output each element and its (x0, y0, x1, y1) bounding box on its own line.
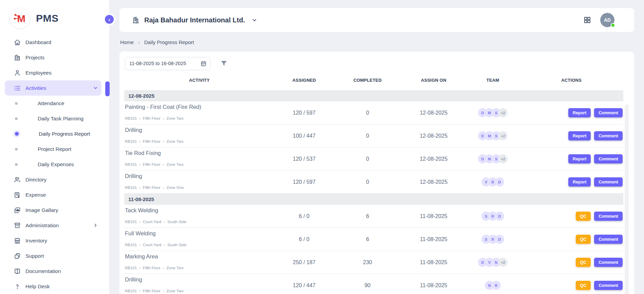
report-button[interactable]: Report (568, 108, 591, 117)
date-range-input[interactable]: 11-08-2025 to 16-08-2025 (125, 57, 211, 70)
filter-row: 11-08-2025 to 16-08-2025 (124, 56, 629, 71)
team-member-badge[interactable]: R (492, 281, 501, 290)
comment-button[interactable]: Comment (594, 177, 623, 187)
path-segment: Court Yard (143, 243, 162, 247)
sidebar-subitem-daily-progress-report[interactable]: Daily Progress Report (0, 126, 109, 141)
team-member-badge[interactable]: D (495, 235, 504, 244)
activity-cell: DrillingRB101›Fifth Floor›Zone Two (124, 124, 274, 147)
copy-icon (14, 252, 21, 260)
sidebar-item-projects[interactable]: Projects (5, 50, 102, 65)
sidebar-item-expense[interactable]: Expense (5, 187, 102, 202)
completed-value: 0 (334, 110, 401, 116)
path-segment: South Side (167, 243, 186, 247)
activity-title: Tack Welding (125, 207, 274, 214)
qc-button[interactable]: QC (576, 281, 591, 290)
sidebar-item-label: Support (25, 253, 44, 259)
activity-cell: Tie Rod FixingRB101›Fifth Floor›Zone Two (124, 148, 274, 170)
sidebar-subitem-label: Daily Progress Report (39, 131, 90, 137)
apps-grid-icon[interactable] (583, 16, 591, 24)
app-logo: M PMS (0, 0, 109, 35)
path-segment: Fifth Floor (143, 185, 161, 190)
chevron-right-icon: › (164, 243, 165, 247)
comment-button[interactable]: Comment (594, 131, 623, 140)
comment-button[interactable]: Comment (594, 154, 623, 163)
sidebar-item-label: Image Gallary (25, 207, 58, 213)
team-more-badge[interactable]: +2 (498, 258, 508, 267)
sidebar-item-directory[interactable]: Directory (5, 172, 102, 187)
sidebar-subitem-attendance[interactable]: Attendance (0, 96, 109, 111)
sidebar-item-administration[interactable]: Administration (5, 218, 102, 233)
activity-path: RB101›Fifth Floor›Zone Two (125, 162, 274, 166)
breadcrumb-home[interactable]: Home (120, 39, 134, 45)
qc-button[interactable]: QC (576, 235, 591, 244)
qc-button[interactable]: QC (576, 212, 591, 221)
sidebar-item-label: Inventory (25, 238, 47, 244)
comment-button[interactable]: Comment (594, 108, 623, 117)
team-more-badge[interactable]: +2 (498, 131, 508, 140)
comment-button[interactable]: Comment (594, 212, 623, 221)
avatar-initials: AD (604, 17, 611, 23)
path-segment: Zone One (166, 185, 184, 190)
activity-path: RB101›Court Yard›South Side (125, 243, 274, 247)
actions-cell: QCComment (519, 212, 623, 221)
activity-title: Drilling (125, 173, 274, 179)
team-cell: DMS+2 (466, 108, 519, 117)
sidebar-item-activities[interactable]: Activities (5, 80, 102, 96)
comment-button[interactable]: Comment (594, 281, 623, 290)
top-header: Raja Bahadur International Ltd. AD (119, 8, 634, 32)
team-more-badge[interactable]: +2 (498, 108, 508, 117)
column-header-team: TEAM (466, 78, 519, 83)
activity-title: Drilling (125, 127, 274, 133)
book-icon (14, 268, 21, 275)
team-member-badge[interactable]: D (495, 177, 504, 187)
report-button[interactable]: Report (568, 177, 591, 187)
svg-text:M: M (17, 13, 25, 24)
sidebar-item-dashboard[interactable]: Dashboard (5, 35, 102, 50)
home-icon (14, 39, 21, 46)
sidebar-collapse-button[interactable]: ‹ (105, 15, 114, 24)
path-segment: Zone Two (166, 289, 183, 293)
date-group-header: 11-08-2025 (124, 194, 623, 205)
comment-button[interactable]: Comment (594, 258, 623, 267)
activity-path: RB101›Fifth Floor›Zone Two (125, 139, 274, 143)
sidebar-item-documentation[interactable]: Documentation (5, 263, 102, 279)
report-button[interactable]: Report (568, 131, 591, 140)
team-cell: SRD (466, 212, 519, 221)
sidebar-subitem-daily-task-planning[interactable]: Daily Task Planning (0, 111, 109, 126)
team-member-badge[interactable]: D (495, 212, 504, 221)
actions-cell: QCComment (519, 235, 623, 244)
sidebar-item-inventory[interactable]: Inventory (5, 233, 102, 248)
comment-button[interactable]: Comment (594, 235, 623, 244)
activity-cell: Marking AreaRB101›Fifth Floor›Zone Two (124, 251, 274, 274)
sidebar-item-label: Activities (25, 85, 46, 91)
qc-button[interactable]: QC (576, 258, 591, 267)
team-more-badge[interactable]: +2 (498, 154, 508, 163)
app-title: PMS (36, 13, 59, 24)
company-selector[interactable]: Raja Bahadur International Ltd. (132, 16, 257, 24)
column-header-assign-on: ASSIGN ON (401, 78, 466, 83)
sidebar-item-image-gallary[interactable]: Image Gallary (5, 202, 102, 218)
table-scrollbar[interactable] (625, 104, 629, 294)
report-button[interactable]: Report (568, 154, 591, 163)
path-segment: RB101 (125, 220, 137, 224)
sidebar-subitem-daily-expenses[interactable]: Daily Expenses (0, 157, 109, 172)
sidebar-item-support[interactable]: Support (5, 248, 102, 263)
bullet-dot-icon (15, 132, 19, 136)
table-row: DrillingRB101›Fifth Floor›Zone Two100 / … (124, 124, 623, 148)
bullet-dot-icon (15, 102, 18, 105)
completed-value: 90 (334, 282, 401, 289)
user-avatar[interactable]: AD (600, 13, 614, 27)
activity-path: RB101›Fifth Floor›Zone Two (125, 116, 274, 120)
report-card: 11-08-2025 to 16-08-2025 ACTIVITYASSIGNE… (119, 52, 634, 294)
filter-funnel-icon[interactable] (220, 60, 228, 67)
activity-cell: Tack WeldingRB101›Court Yard›South Side (124, 205, 274, 228)
sidebar-item-employees[interactable]: Employees (5, 65, 102, 80)
team-cell: DMS+2 (466, 131, 519, 140)
sidebar-subitem-project-report[interactable]: Project Report (0, 141, 109, 157)
chevron-right-icon: › (139, 162, 141, 166)
activity-cell: DrillingRB101›Fifth Floor›Zone Two (124, 274, 274, 294)
team-cell: DMS+2 (466, 154, 519, 163)
sidebar-subitem-label: Daily Task Planning (38, 116, 84, 122)
sidebar-item-help-desk[interactable]: Help Desk (5, 279, 102, 294)
completed-value: 0 (334, 156, 401, 162)
